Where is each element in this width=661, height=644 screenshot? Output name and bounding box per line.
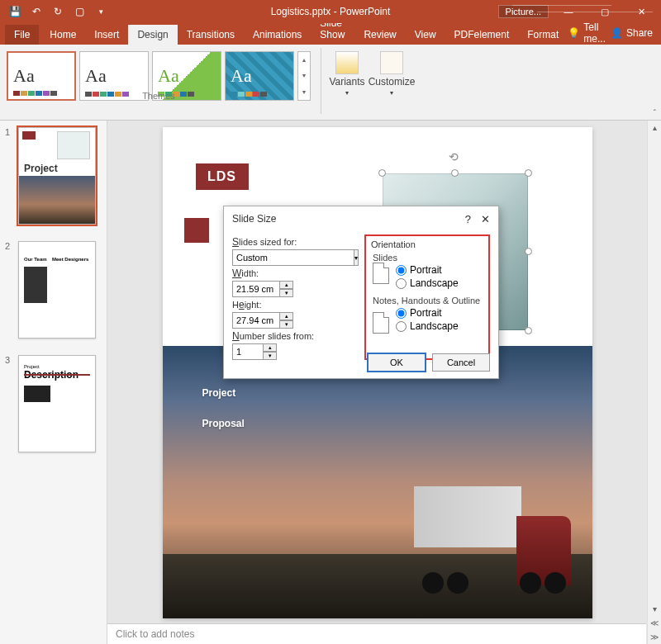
next-slide-icon[interactable]: ≫	[648, 630, 661, 644]
thumbnail-item[interactable]: 3 Project Description	[5, 355, 102, 452]
theme-card-current[interactable]: Aa	[7, 51, 76, 101]
scroll-down-icon[interactable]: ▾	[648, 602, 661, 616]
notes-landscape-radio[interactable]: Landscape	[396, 320, 483, 332]
tab-insert[interactable]: Insert	[85, 25, 128, 45]
sized-for-input[interactable]	[232, 249, 354, 266]
thumbnail-slide-2[interactable]: Our TeamMeet Designers	[18, 241, 96, 339]
sized-for-combo[interactable]: ▾	[232, 249, 358, 266]
cancel-button[interactable]: Cancel	[432, 353, 490, 372]
thumbnail-slide-1[interactable]: ProjectProposal	[18, 127, 96, 225]
quick-access-toolbar: 💾 ↶ ↻ ▢ ▾	[0, 5, 116, 18]
tab-view[interactable]: View	[406, 25, 445, 45]
width-input[interactable]	[232, 281, 280, 297]
notes-portrait-radio[interactable]: Portrait	[396, 307, 483, 319]
logo-badge: LDS	[196, 163, 249, 190]
accent-square	[184, 218, 209, 243]
dialog-help-icon[interactable]: ?	[465, 213, 471, 225]
tab-file[interactable]: File	[5, 25, 39, 45]
redo-icon[interactable]: ↻	[51, 5, 64, 18]
variants-label: Variants	[329, 76, 364, 88]
number-from-spinner[interactable]: ▴▾	[232, 343, 278, 360]
group-label-themes: Themes	[142, 91, 175, 101]
orientation-header: Orientation	[371, 239, 483, 249]
undo-icon[interactable]: ↶	[30, 5, 43, 18]
spin-up-icon[interactable]: ▴	[280, 312, 293, 320]
spin-down-icon[interactable]: ▾	[280, 289, 293, 297]
thumbnail-number: 1	[5, 127, 13, 225]
qat-dropdown-icon[interactable]: ▾	[94, 5, 107, 18]
notes-subheader: Notes, Handouts & Outline	[373, 296, 483, 305]
variants-button[interactable]: Variants▾	[325, 45, 369, 97]
rotate-handle-icon[interactable]: ⟲	[449, 150, 462, 163]
ok-button[interactable]: OK	[368, 353, 426, 372]
ribbon-body: Aa Aa Aa Aa ▴▾▾ Themes Variants▾ Customi…	[0, 45, 661, 121]
orientation-group: Orientation Slides Portrait Landscape No…	[364, 234, 490, 360]
resize-handle[interactable]	[525, 327, 532, 334]
chevron-down-icon[interactable]: ▾	[354, 249, 359, 266]
notes-placeholder: Click to add notes	[116, 628, 194, 640]
tell-me-label: Tell me...	[583, 21, 606, 45]
variants-icon	[335, 51, 359, 74]
thumbnail-slide-3[interactable]: Project Description	[18, 355, 96, 452]
number-from-input[interactable]	[232, 343, 264, 360]
thumbnail-number: 2	[5, 241, 13, 339]
spin-down-icon[interactable]: ▾	[280, 320, 293, 329]
tab-format[interactable]: Format	[518, 25, 568, 45]
titlebar: 💾 ↶ ↻ ▢ ▾ Logistics.pptx - PowerPoint Pi…	[0, 0, 661, 23]
window-title: Logistics.pptx - PowerPoint	[271, 6, 391, 17]
thumbnail-item[interactable]: 2 Our TeamMeet Designers	[5, 241, 102, 339]
resize-handle[interactable]	[525, 248, 532, 255]
height-spinner[interactable]: ▴▾	[232, 312, 295, 329]
dialog-close-icon[interactable]: ✕	[481, 213, 490, 225]
collapse-ribbon-icon[interactable]: ˆ	[654, 109, 656, 118]
thumbnail-item[interactable]: 1 ProjectProposal	[5, 127, 102, 225]
vertical-scrollbar[interactable]: ▴ ▾ ≪ ≫	[647, 121, 661, 644]
save-icon[interactable]: 💾	[8, 5, 21, 18]
width-label: Width:	[232, 268, 358, 279]
sized-for-label: Slides sized for:	[232, 236, 358, 248]
tab-design[interactable]: Design	[128, 25, 177, 45]
bulb-icon: 💡	[568, 27, 580, 39]
number-from-label: Number slides from:	[232, 330, 358, 342]
theme-card[interactable]: Aa	[225, 51, 294, 101]
workspace: 1 ProjectProposal 2 Our TeamMeet Designe…	[0, 121, 661, 644]
tab-animations[interactable]: Animations	[244, 25, 311, 45]
slides-portrait-radio[interactable]: Portrait	[396, 264, 483, 276]
spin-down-icon[interactable]: ▾	[264, 352, 277, 360]
customize-button[interactable]: Customize▾	[369, 45, 414, 97]
themes-more-button[interactable]: ▴▾▾	[297, 51, 311, 101]
tab-pdfelement[interactable]: PDFelement	[445, 25, 519, 45]
page-portrait-icon	[373, 312, 389, 334]
theme-card[interactable]: Aa	[79, 51, 149, 101]
spin-up-icon[interactable]: ▴	[264, 343, 277, 352]
share-button[interactable]: 👤Share	[611, 27, 653, 39]
slide-size-dialog: Slide Size ? ✕ Slides sized for: ▾ Width…	[223, 206, 499, 379]
resize-handle[interactable]	[378, 169, 386, 177]
resize-handle[interactable]	[525, 169, 532, 177]
slide-editor[interactable]: LDS ⟲ ProjectProposal	[107, 121, 647, 644]
thumbnail-number: 3	[5, 355, 13, 452]
ribbon-tabs: File Home Insert Design Transitions Anim…	[0, 23, 661, 45]
width-spinner[interactable]: ▴▾	[232, 281, 295, 297]
slide-title[interactable]: ProjectProposal	[202, 372, 245, 433]
tab-review[interactable]: Review	[354, 25, 405, 45]
start-slideshow-icon[interactable]: ▢	[73, 5, 86, 18]
tab-transitions[interactable]: Transitions	[178, 25, 244, 45]
dialog-title: Slide Size	[232, 213, 276, 225]
slides-subheader: Slides	[373, 253, 483, 263]
slides-landscape-radio[interactable]: Landscape	[396, 277, 483, 289]
customize-label: Customize	[369, 76, 416, 88]
height-input[interactable]	[232, 312, 280, 329]
spin-up-icon[interactable]: ▴	[280, 281, 293, 289]
tell-me[interactable]: 💡Tell me...	[568, 21, 606, 45]
share-icon: 👤	[611, 27, 623, 39]
tab-home[interactable]: Home	[40, 25, 85, 45]
notes-pane[interactable]: Click to add notes	[107, 623, 646, 644]
share-label: Share	[626, 27, 653, 39]
height-label: Height:	[232, 299, 358, 310]
prev-slide-icon[interactable]: ≪	[648, 616, 661, 630]
resize-handle[interactable]	[451, 169, 459, 177]
page-portrait-icon	[373, 263, 389, 284]
scroll-up-icon[interactable]: ▴	[648, 121, 661, 135]
slide-thumbnails-pane[interactable]: 1 ProjectProposal 2 Our TeamMeet Designe…	[0, 121, 107, 644]
